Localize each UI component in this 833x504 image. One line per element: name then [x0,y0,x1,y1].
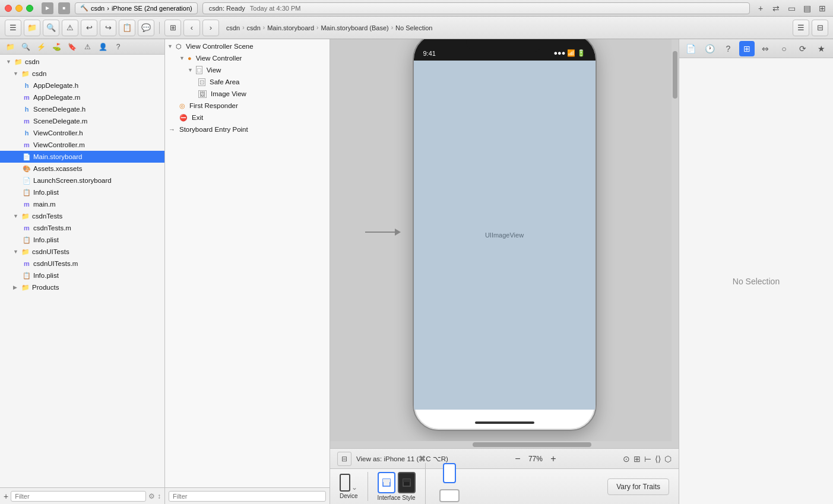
breadcrumb-mainstoryboard[interactable]: Main.storyboard [267,24,314,31]
minimize-button[interactable] [15,5,23,12]
layout-icon[interactable]: ▭ [786,2,797,14]
breadcrumb-noselection[interactable]: No Selection [395,24,432,31]
redo-btn[interactable]: ↪ [100,20,116,36]
search-toolbar-btn[interactable]: 🔍 [43,20,59,36]
warning-btn[interactable]: ⚠ [62,20,78,36]
breadcrumb-csdn2[interactable]: csdn [247,24,261,31]
inspector-effects-icon[interactable]: ★ [813,41,829,56]
outline-filter-input[interactable] [169,491,326,502]
history-btn[interactable]: 📋 [119,20,135,36]
comment-btn[interactable]: 💬 [138,20,154,36]
inspector-help-icon[interactable]: ? [720,41,736,56]
add-button[interactable]: + [755,2,767,14]
tree-item-appdelegate-m[interactable]: m AppDelegate.m [0,91,164,103]
maximize-button[interactable] [26,5,33,12]
label-entrypoint: Storyboard Entry Point [179,126,248,133]
filter-options-icon[interactable]: ⚙ [148,492,155,500]
zoom-out-btn[interactable]: − [512,454,523,464]
h-scrollbar[interactable] [330,441,672,448]
split-view-btn[interactable]: ⊟ [812,20,828,36]
tree-item-csdntests[interactable]: ▼ 📁 csdnTests [0,210,164,222]
canvas-settings-icon[interactable]: ⬡ [664,454,672,464]
stop-button[interactable]: ■ [58,2,70,14]
tree-item-info-plist[interactable]: 📋 Info.plist [0,186,164,198]
outline-item-safearea[interactable]: ⊡ Safe Area [165,76,330,88]
light-mode-icon[interactable] [378,472,395,493]
tree-item-csdnuitests-plist[interactable]: 📋 Info.plist [0,270,164,281]
nav-btn-1[interactable]: 📁 [4,40,17,53]
tree-item-csdntests-m[interactable]: m csdnTests.m [0,222,164,234]
grid-btn[interactable]: ⊞ [164,20,181,36]
landscape-icon[interactable] [439,489,460,502]
nav-btn-2[interactable]: 🔍 [19,40,32,53]
filter-input[interactable] [11,491,146,502]
scheme-selector[interactable]: 🔨 csdn › iPhone SE (2nd generation) [75,2,198,14]
inspector-connections-icon[interactable]: ○ [777,41,792,56]
nav-btn-5[interactable]: 🔖 [65,40,78,53]
forward-btn[interactable]: › [202,20,219,36]
device-selector[interactable]: ⌄ Device [340,474,358,499]
inspector-clock-icon[interactable]: 🕐 [702,41,717,56]
outline-item-exit[interactable]: ⛔ Exit [165,112,330,123]
tree-item-csdn-sub[interactable]: ▼ 📁 csdn [0,68,164,80]
undo-btn[interactable]: ↩ [81,20,97,36]
tree-item-scenedelegate-m[interactable]: m SceneDelegate.m [0,115,164,127]
close-button[interactable] [5,5,12,12]
folder-icon[interactable]: 📁 [24,20,40,36]
tree-item-csdnuitests-m[interactable]: m csdnUITests.m [0,258,164,270]
tree-item-assets[interactable]: 🎨 Assets.xcassets [0,163,164,175]
outline-item-entrypoint[interactable]: → Storyboard Entry Point [165,123,330,135]
nav-btn-4[interactable]: ⛳ [50,40,63,53]
tree-item-scenedelegate-h[interactable]: h SceneDelegate.h [0,103,164,115]
inspector-size-icon[interactable]: ⇔ [758,41,773,56]
tree-item-viewcontroller-h[interactable]: h ViewController.h [0,127,164,139]
split-icon[interactable]: ▤ [801,2,813,14]
breadcrumb-csdn1[interactable]: csdn [226,24,240,31]
run-button[interactable]: ▶ [42,2,53,14]
layout-icon-2[interactable]: ⟨⟩ [655,454,661,464]
sidebar-toggle-btn[interactable]: ⊟ [337,452,351,466]
vary-traits-button[interactable]: Vary for Traits [607,478,669,495]
tree-item-launch-storyboard[interactable]: 📄 LaunchScreen.storyboard [0,175,164,186]
center-icon[interactable]: ⇄ [770,2,782,14]
portrait-icon[interactable] [443,463,456,483]
zoom-in-btn[interactable]: + [548,454,559,464]
iphone-status-icons: ●●● 📶 🔋 [553,49,585,57]
nav-btn-7[interactable]: 👤 [96,40,109,53]
tree-item-main-storyboard[interactable]: 📄 Main.storyboard [0,151,164,163]
dark-mode-icon[interactable] [398,472,416,493]
tree-item-appdelegate-h[interactable]: h AppDelegate.h [0,80,164,91]
tree-item-main-m[interactable]: m main.m [0,198,164,210]
nav-btn-6[interactable]: ⚠ [81,40,94,53]
tree-item-csdntests-plist[interactable]: 📋 Info.plist [0,234,164,246]
guide-icon[interactable]: ⊢ [644,454,651,464]
v-scrollbar[interactable] [672,39,679,448]
tree-item-csdnuitests[interactable]: ▼ 📁 csdnUITests [0,246,164,258]
nav-btn-8[interactable]: ? [112,40,125,53]
tree-item-viewcontroller-m[interactable]: m ViewController.m [0,139,164,151]
navigator-toggle[interactable]: ☰ [5,20,21,36]
outline-item-scene[interactable]: ▼ ⬡ View Controller Scene [165,40,330,52]
tree-item-products[interactable]: ▶ 📁 Products [0,281,164,293]
breadcrumb-base[interactable]: Main.storyboard (Base) [321,24,388,31]
outline-item-vc[interactable]: ▼ ● View Controller [165,52,330,64]
plus-icon[interactable]: + [4,492,8,501]
outline-item-firstresponder[interactable]: ◎ First Responder [165,100,330,112]
outline-item-view[interactable]: ▼ □ View [165,64,330,76]
back-btn[interactable]: ‹ [183,20,200,36]
filter-sort-icon[interactable]: ↕ [157,492,161,500]
label-assets: Assets.xcassets [33,165,82,172]
inspector-toggle[interactable]: ☰ [793,20,809,36]
h-scrollbar-thumb[interactable] [473,442,591,447]
tree-item-csdn-root[interactable]: ▼ 📁 csdn [0,56,164,68]
expand-icon[interactable]: ⊞ [816,2,828,14]
grid-icon[interactable]: ⊞ [634,454,641,464]
canvas-content[interactable]: 9:41 ●●● 📶 🔋 UIImageView [330,39,679,448]
inspector-bindings-icon[interactable]: ⟳ [795,41,810,56]
inspector-properties-icon[interactable]: ⊞ [739,41,755,56]
inspector-file-icon[interactable]: 📄 [683,41,699,56]
v-scrollbar-thumb[interactable] [673,51,677,99]
fit-icon[interactable]: ⊙ [623,454,630,464]
nav-btn-3[interactable]: ⚡ [34,40,47,53]
outline-item-imageview[interactable]: 🖼 Image View [165,88,330,100]
